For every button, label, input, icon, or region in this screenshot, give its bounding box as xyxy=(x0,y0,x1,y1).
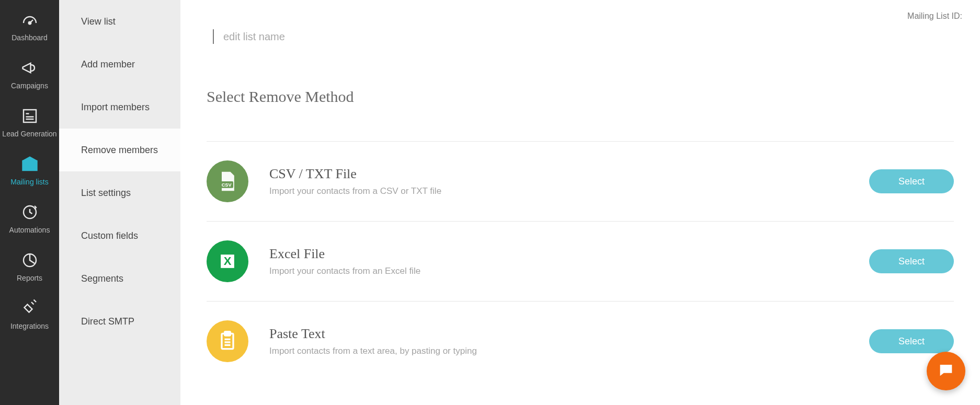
list-name-input[interactable] xyxy=(213,29,527,44)
svg-text:X: X xyxy=(224,254,232,268)
list-name-row xyxy=(213,29,954,44)
plug-icon xyxy=(19,298,40,319)
select-excel-button[interactable]: Select xyxy=(869,249,954,273)
sub-list-settings[interactable]: List settings xyxy=(59,171,180,214)
sub-label: Custom fields xyxy=(81,230,138,241)
clipboard-icon xyxy=(207,320,248,362)
pie-icon xyxy=(19,250,40,271)
sub-import-members[interactable]: Import members xyxy=(59,86,180,129)
method-desc: Import your contacts from an Excel file xyxy=(269,266,848,276)
sub-remove-members[interactable]: Remove members xyxy=(59,129,180,171)
method-title: CSV / TXT File xyxy=(269,166,848,182)
select-paste-button[interactable]: Select xyxy=(869,329,954,353)
nav-integrations[interactable]: Integrations xyxy=(0,298,59,330)
sub-label: Import members xyxy=(81,102,150,113)
nav-label: Automations xyxy=(9,226,50,234)
sub-label: List settings xyxy=(81,188,131,199)
primary-sidebar: Dashboard Campaigns Lead Generation xyxy=(0,0,59,405)
nav-label: Dashboard xyxy=(12,33,48,42)
main-content: Mailing List ID: Select Remove Method CS… xyxy=(180,0,980,405)
sub-label: Direct SMTP xyxy=(81,316,134,327)
sub-label: View list xyxy=(81,16,116,27)
envelope-icon xyxy=(19,154,40,175)
nav-leadgen[interactable]: Lead Generation xyxy=(0,106,59,138)
nav-reports[interactable]: Reports xyxy=(0,250,59,282)
sub-segments[interactable]: Segments xyxy=(59,257,180,300)
method-text: Paste Text Import contacts from a text a… xyxy=(269,326,848,356)
csv-file-icon: CSV xyxy=(207,160,248,202)
methods-list: CSV CSV / TXT File Import your contacts … xyxy=(207,141,954,381)
megaphone-icon xyxy=(19,57,40,78)
chat-fab[interactable] xyxy=(927,352,965,390)
method-title: Paste Text xyxy=(269,326,848,342)
svg-line-10 xyxy=(33,300,36,303)
svg-line-9 xyxy=(31,302,34,305)
method-csv: CSV CSV / TXT File Import your contacts … xyxy=(207,141,954,221)
method-title: Excel File xyxy=(269,246,848,262)
method-text: Excel File Import your contacts from an … xyxy=(269,246,848,276)
section-title: Select Remove Method xyxy=(207,88,954,106)
method-text: CSV / TXT File Import your contacts from… xyxy=(269,166,848,196)
sub-custom-fields[interactable]: Custom fields xyxy=(59,214,180,257)
nav-label: Reports xyxy=(17,274,42,282)
nav-mailing-lists[interactable]: Mailing lists xyxy=(0,154,59,186)
sub-add-member[interactable]: Add member xyxy=(59,43,180,86)
nav-label: Mailing lists xyxy=(10,178,48,186)
secondary-sidebar: View list Add member Import members Remo… xyxy=(59,0,180,405)
gauge-icon xyxy=(19,9,40,30)
method-desc: Import contacts from a text area, by pas… xyxy=(269,346,848,356)
sub-label: Add member xyxy=(81,59,135,70)
sub-view-list[interactable]: View list xyxy=(59,0,180,43)
clock-cycle-icon xyxy=(19,202,40,223)
nav-label: Lead Generation xyxy=(2,130,56,138)
sub-label: Remove members xyxy=(81,145,158,156)
select-csv-button[interactable]: Select xyxy=(869,169,954,193)
nav-dashboard[interactable]: Dashboard xyxy=(0,9,59,42)
nav-label: Campaigns xyxy=(11,82,48,90)
chat-icon xyxy=(937,361,955,381)
sub-direct-smtp[interactable]: Direct SMTP xyxy=(59,300,180,343)
nav-label: Integrations xyxy=(10,322,49,330)
nav-automations[interactable]: Automations xyxy=(0,202,59,234)
svg-rect-2 xyxy=(24,110,36,122)
svg-text:CSV: CSV xyxy=(222,182,232,188)
method-paste: Paste Text Import contacts from a text a… xyxy=(207,301,954,381)
sub-label: Segments xyxy=(81,273,123,284)
mailing-list-id-label: Mailing List ID: xyxy=(907,11,962,21)
svg-rect-16 xyxy=(225,332,231,335)
form-icon xyxy=(19,106,40,126)
nav-campaigns[interactable]: Campaigns xyxy=(0,57,59,90)
method-excel: X Excel File Import your contacts from a… xyxy=(207,221,954,301)
method-desc: Import your contacts from a CSV or TXT f… xyxy=(269,186,848,196)
excel-file-icon: X xyxy=(207,240,248,282)
